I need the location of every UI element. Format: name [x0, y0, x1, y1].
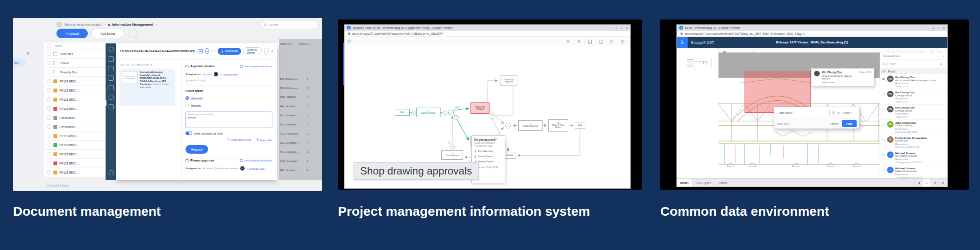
fit-width-button[interactable] [595, 38, 606, 45]
expand-icon[interactable]: › [943, 55, 944, 58]
table-row[interactable]: PR123-BRIC-... [44, 132, 106, 141]
row-checkbox[interactable] [47, 134, 51, 138]
preview-icon[interactable] [109, 66, 114, 71]
row-name[interactable]: PR123-BRIC-... [60, 107, 79, 110]
window-title-bar[interactable]: λ Approve Final: NHM_Sections.dwg (A.2) … [344, 25, 630, 31]
annotation-item[interactable]: KC Kin Chung Chuok but would like to cha… [880, 74, 947, 89]
search-input[interactable]: Search [261, 21, 319, 29]
column-header-doc[interactable]: Docume... [299, 43, 311, 45]
read-more-link[interactable]: Read more... [895, 143, 941, 146]
page-thumbnail[interactable] [683, 58, 712, 67]
tab-details[interactable]: Details [715, 179, 731, 187]
zoom-out-button[interactable] [573, 38, 584, 45]
row-name[interactable]: PR123-BRIC-... [60, 89, 79, 92]
row-name[interactable]: Claims [60, 62, 69, 65]
reassign-task-link[interactable]: ↪ reassign task [246, 167, 265, 170]
tab-model[interactable]: Model [677, 179, 692, 187]
eye-icon[interactable] [882, 63, 886, 65]
reassign-task-link[interactable]: ↪ reassign task [220, 73, 238, 76]
address-bar[interactable]: demo.bricsys247.com/web/WfViewer.html?wf… [344, 31, 630, 37]
automation-card[interactable]: Approval with designer (example) - relea… [119, 69, 175, 106]
annotation-item[interactable]: F Frederik Van HoyweghenCheck sizeRead m… [880, 135, 947, 150]
visibility-select[interactable]: Public▾ [843, 112, 852, 115]
comment-input[interactable] [777, 110, 830, 116]
column-header-what[interactable]: What is it.. ▾ [280, 43, 294, 45]
download-button[interactable]: Download [218, 48, 241, 55]
row-name[interactable]: Basic files [60, 53, 73, 56]
eye-icon[interactable] [882, 154, 885, 156]
row-checkbox[interactable] [47, 52, 51, 56]
close-button[interactable]: × [626, 26, 628, 30]
read-more-link[interactable]: Read more... [895, 158, 941, 161]
annotation-popup[interactable]: Today 12:15 Kin Chung Chu ok but would l… [811, 68, 874, 86]
post-button[interactable]: Post [842, 120, 857, 127]
breadcrumb[interactable]: Bricsys template project › a. Informatio… [56, 22, 157, 27]
attachments-icon[interactable] [109, 85, 114, 90]
annotations-header[interactable]: Annotations› [880, 53, 947, 60]
radio-rework[interactable]: Rework [185, 104, 272, 107]
annotation-item[interactable]: KC Kin Chung ChuChange colourRead more..… [880, 89, 947, 105]
next-document-button[interactable]: › [214, 49, 215, 53]
table-row[interactable]: PR123-BRIC-... [44, 95, 106, 104]
row-checkbox[interactable] [47, 88, 51, 92]
prev-document-button[interactable]: ‹ [211, 49, 212, 53]
assignee-row[interactable]: Mathias Everaert [474, 161, 502, 163]
comment-textarea[interactable]: Write a comment (optional) review [185, 112, 272, 128]
row-checkbox[interactable] [47, 143, 51, 147]
address-bar[interactable]: demo.bricsys247.com/web/viewer.html?GWT&… [677, 31, 947, 37]
read-more-link[interactable]: Read more... [895, 82, 941, 85]
row-checkbox[interactable] [47, 106, 51, 111]
name-column-header[interactable]: Name [55, 44, 62, 47]
maximize-button[interactable]: □ [938, 26, 940, 30]
window-title-bar[interactable]: λ NHM_Sections.dwg (1) - Google Chrome –… [677, 25, 947, 31]
filter-funnel-icon[interactable]: ▾ [293, 43, 294, 45]
lock-icon[interactable] [109, 95, 114, 100]
read-more-link[interactable]: Read more... [895, 97, 941, 100]
sidebar-item-partial[interactable]: ent [13, 59, 26, 66]
eye-icon[interactable] [882, 124, 885, 126]
filter-input[interactable]: Filter [887, 61, 945, 67]
link-icon[interactable]: ⌁ [205, 48, 209, 54]
minimize-button[interactable]: – [616, 26, 617, 30]
table-row[interactable]: PR123-BRIC-... [44, 77, 106, 86]
assignee-row[interactable]: Jens Akkermans [474, 150, 502, 152]
search-button[interactable] [606, 38, 617, 45]
node-status-proposal[interactable]: ⇅Status Proposal [416, 108, 440, 117]
visibility-eye-icon[interactable] [837, 112, 841, 114]
attach-files-link[interactable]: Attach files [256, 138, 272, 141]
close-icon[interactable]: × [271, 49, 273, 53]
chevron-down-icon[interactable]: ▾ [156, 23, 157, 26]
radio-approved[interactable]: Approved [185, 96, 272, 100]
comments-icon[interactable] [109, 56, 114, 62]
read-more-link[interactable]: Read more... [895, 128, 941, 131]
row-checkbox[interactable] [47, 161, 51, 165]
more-text-link[interactable]: More text... [777, 122, 791, 125]
tab-layout[interactable]: PL-GF-gal 5 [692, 179, 715, 187]
annotation-item[interactable]: λ Michael DhaeneNot strong enoughRead mo… [880, 150, 947, 165]
table-row[interactable]: Claims [44, 59, 106, 68]
task-history-link[interactable]: iView complete task history [240, 159, 272, 162]
row-checkbox[interactable] [47, 152, 51, 156]
info-icon[interactable] [109, 47, 114, 52]
table-row[interactable]: Reservation - [44, 122, 106, 132]
row-checkbox[interactable] [47, 125, 51, 129]
task-history-link[interactable]: iView complete task history [240, 65, 272, 68]
attach-documents-link[interactable]: Attach documents [227, 138, 251, 141]
node-status-approved[interactable]: ⇅Status Approved [518, 120, 543, 131]
save-as-note-toggle[interactable]: save comment as note [185, 132, 272, 135]
table-row[interactable]: PR123-BRIC-... [44, 141, 106, 150]
eye-icon[interactable] [882, 109, 885, 111]
node-end[interactable]: End [575, 122, 585, 129]
row-checkbox[interactable] [47, 97, 51, 102]
node-move-final-design[interactable]: ▣Move to Final Design [548, 119, 568, 132]
annotation-item[interactable]: JA Jens AkkermansCheck stabilityRead mor… [880, 120, 947, 135]
prev-page-button[interactable]: ◀ [914, 179, 923, 187]
row-checkbox[interactable] [47, 70, 51, 74]
select-all-checkbox[interactable] [47, 44, 51, 48]
row-name[interactable]: PR123-BRIC-... [60, 162, 79, 165]
eye-icon[interactable] [882, 78, 885, 80]
next-page-button[interactable]: ▶ [939, 179, 947, 187]
annotation-item[interactable]: λ Michael DhaeneMake this strongerRead m… [880, 165, 947, 179]
eye-icon[interactable] [882, 70, 886, 72]
row-checkbox[interactable] [47, 79, 51, 83]
